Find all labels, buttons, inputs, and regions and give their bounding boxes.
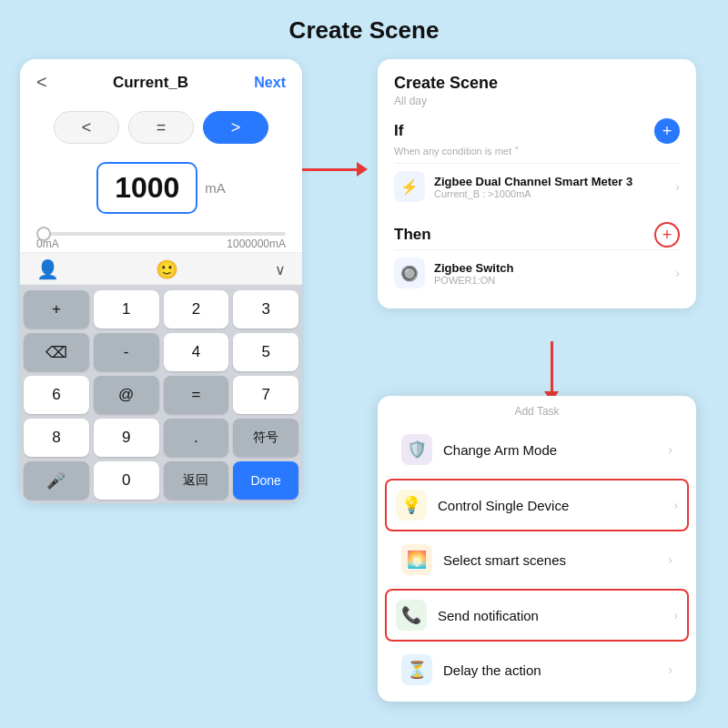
key-9[interactable]: 9 (94, 419, 159, 457)
device2-icon: 🔘 (394, 258, 425, 288)
slider-labels: 0mA 1000000mA (36, 238, 286, 250)
key-1[interactable]: 1 (94, 290, 159, 329)
device2-name: Zigbee Switch (434, 261, 666, 275)
arrow-down (544, 341, 559, 402)
slider-thumb[interactable] (36, 227, 51, 241)
task-chevron-delay-icon: › (668, 662, 672, 677)
key-symbol[interactable]: 符号 (233, 419, 298, 457)
device2-chevron-icon: › (675, 266, 680, 280)
if-device-row[interactable]: ⚡ Zigbee Dual Channel Smart Meter 3 Curr… (394, 163, 680, 209)
task-icon-arm: 🛡️ (401, 434, 432, 465)
add-task-title: Add Task (378, 405, 696, 418)
if-header: If + (394, 118, 680, 144)
key-6[interactable]: 6 (24, 376, 89, 414)
right-top-panel: Create Scene All day If + When any condi… (378, 59, 696, 308)
device1-chevron-icon: › (675, 179, 680, 194)
value-unit: mA (205, 180, 226, 196)
if-label: If (394, 122, 403, 140)
device1-name: Zigbee Dual Channel Smart Meter 3 (434, 175, 666, 188)
task-item-notify[interactable]: 📞 Send notification › (385, 589, 689, 642)
left-panel: < Current_B Next < = > 1000 mA 0mA 10000… (20, 59, 302, 503)
key-dot[interactable]: . (164, 419, 229, 457)
task-icon-device: 💡 (396, 490, 427, 521)
device2-info: Zigbee Switch POWER1:ON (434, 261, 666, 286)
key-8[interactable]: 8 (24, 419, 89, 457)
if-condition[interactable]: When any condition is met ˅ (394, 146, 680, 157)
then-add-button[interactable]: + (654, 222, 680, 248)
arrow-right (302, 162, 368, 177)
task-icon-scene: 🌅 (401, 544, 432, 575)
keyboard-toolbar: 👤 🙂 ∨ (20, 252, 302, 285)
slider-max-label: 1000000mA (227, 238, 286, 250)
task-icon-delay: ⏳ (401, 654, 432, 685)
keyboard: + 1 2 3 ⌫ - 4 5 6 @ = 7 8 9 . 符号 🎤 0 返回 … (20, 285, 302, 503)
key-return[interactable]: 返回 (164, 461, 229, 500)
chevron-down-icon[interactable]: ∨ (275, 261, 286, 278)
key-5[interactable]: 5 (233, 333, 298, 371)
cmp-equal-button[interactable]: = (128, 111, 194, 144)
task-icon-notify: 📞 (396, 600, 427, 631)
cmp-less-button[interactable]: < (54, 111, 119, 144)
task-item-delay[interactable]: ⏳ Delay the action › (385, 643, 689, 696)
person-icon[interactable]: 👤 (36, 258, 59, 280)
if-add-button[interactable]: + (654, 118, 680, 144)
key-minus[interactable]: - (94, 333, 159, 371)
key-at[interactable]: @ (94, 376, 159, 414)
emoji-icon[interactable]: 🙂 (156, 258, 178, 280)
task-label-notify: Send notification (438, 608, 662, 623)
scene-subtitle: All day (394, 95, 680, 107)
comparison-buttons: < = > (20, 102, 302, 151)
task-label-scene: Select smart scenes (443, 552, 657, 568)
key-3[interactable]: 3 (233, 290, 298, 329)
device1-info: Zigbee Dual Channel Smart Meter 3 Curren… (434, 175, 666, 199)
phone-header: < Current_B Next (20, 59, 302, 102)
current-b-title: Current_B (113, 74, 188, 92)
key-done[interactable]: Done (233, 461, 298, 500)
task-chevron-notify-icon: › (673, 608, 678, 622)
task-label-delay: Delay the action (443, 662, 657, 678)
key-plus[interactable]: + (24, 290, 89, 329)
value-display: 1000 mA (20, 151, 302, 219)
create-scene-title: Create Scene (394, 74, 680, 93)
then-label: Then (394, 226, 431, 244)
key-equals[interactable]: = (164, 376, 229, 414)
key-mic[interactable]: 🎤 (24, 461, 89, 500)
key-backspace[interactable]: ⌫ (24, 333, 89, 371)
value-input[interactable]: 1000 (96, 162, 197, 214)
key-2[interactable]: 2 (164, 290, 229, 329)
task-item-scene[interactable]: 🌅 Select smart scenes › (385, 533, 689, 587)
then-section: Then + 🔘 Zigbee Switch POWER1:ON › (394, 222, 680, 296)
key-4[interactable]: 4 (164, 333, 229, 371)
page-title: Create Scene (0, 0, 728, 54)
task-item-device[interactable]: 💡 Control Single Device › (385, 479, 689, 531)
arrow-line-horizontal (302, 168, 357, 171)
add-task-panel: Add Task 🛡️ Change Arm Mode › 💡 Control … (378, 396, 696, 702)
then-device-row[interactable]: 🔘 Zigbee Switch POWER1:ON › (394, 249, 680, 296)
task-chevron-arm-icon: › (668, 442, 672, 457)
then-header: Then + (394, 222, 680, 248)
slider-track[interactable] (36, 232, 286, 236)
device2-desc: POWER1:ON (434, 275, 666, 286)
task-label-device: Control Single Device (438, 498, 662, 513)
arrow-line-vertical (551, 341, 553, 391)
next-button[interactable]: Next (254, 75, 286, 91)
slider-row: 0mA 1000000mA (20, 219, 302, 252)
if-section: If + When any condition is met ˅ ⚡ Zigbe… (394, 118, 680, 209)
task-chevron-device-icon: › (673, 498, 678, 512)
back-button[interactable]: < (36, 72, 47, 93)
key-0[interactable]: 0 (94, 461, 159, 500)
cmp-greater-button[interactable]: > (203, 111, 268, 144)
device1-desc: Current_B : >1000mA (434, 188, 666, 199)
task-item-arm[interactable]: 🛡️ Change Arm Mode › (385, 423, 689, 477)
key-7[interactable]: 7 (233, 376, 298, 414)
task-list: 🛡️ Change Arm Mode › 💡 Control Single De… (378, 423, 696, 696)
device1-icon: ⚡ (394, 171, 425, 202)
arrow-head-right (357, 162, 368, 177)
task-label-arm: Change Arm Mode (443, 442, 657, 458)
task-chevron-scene-icon: › (668, 552, 672, 567)
